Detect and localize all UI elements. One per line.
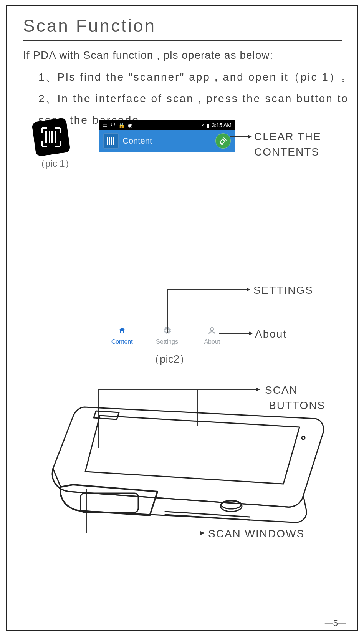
gear-icon <box>162 326 172 338</box>
svg-point-8 <box>210 328 213 331</box>
usb-icon: Ψ <box>111 122 115 128</box>
svg-rect-0 <box>45 131 47 143</box>
callout-clear-line2: CONTENTS <box>254 146 319 158</box>
android-icon: ◉ <box>128 122 132 128</box>
svg-rect-6 <box>111 137 112 145</box>
svg-rect-3 <box>55 131 56 143</box>
bottom-nav: Content Settings About <box>99 324 235 347</box>
scanner-app-icon <box>31 118 71 157</box>
sim-icon: ▭ <box>103 122 108 128</box>
pic1-label: （pic 1） <box>36 157 74 170</box>
phone-screenshot: ▭ Ψ 🔒 ◉ × ▮ 3:15 AM Content <box>99 120 235 346</box>
svg-point-19 <box>302 436 305 439</box>
callout-settings: SETTINGS <box>253 284 313 296</box>
tab-settings-label: Settings <box>156 338 178 345</box>
callout-scan-buttons-line1: SCAN <box>265 384 298 396</box>
person-icon <box>207 326 217 338</box>
step-2-line1: 2、In the interface of scan , press the s… <box>38 91 349 106</box>
app-bar: Content <box>99 130 235 152</box>
clear-contents-button[interactable] <box>215 133 231 149</box>
svg-point-18 <box>221 500 241 509</box>
title-rule <box>23 40 342 41</box>
svg-rect-2 <box>51 131 53 143</box>
callout-clear-line1: CLEAR THE <box>254 131 321 143</box>
pda-device-illustration <box>35 396 334 538</box>
lock-icon: 🔒 <box>118 122 125 128</box>
tab-settings[interactable]: Settings <box>144 324 189 347</box>
page-title: Scan Function <box>23 15 156 36</box>
intro-text: If PDA with Scan function , pls operate … <box>23 49 273 61</box>
close-x-icon: × <box>201 122 204 128</box>
tab-content-label: Content <box>111 338 133 345</box>
svg-rect-1 <box>49 131 50 143</box>
svg-rect-5 <box>109 137 110 145</box>
appbar-barcode-icon <box>103 133 119 149</box>
page-number: —5— <box>325 618 346 628</box>
appbar-title: Content <box>122 136 152 146</box>
scan-result-area <box>99 152 235 324</box>
battery-icon: ▮ <box>207 122 210 128</box>
tab-about-label: About <box>204 338 220 345</box>
tab-about[interactable]: About <box>190 324 235 347</box>
step-1: 1、Pls find the "scanner" app , and open … <box>38 70 353 84</box>
svg-rect-7 <box>113 137 114 145</box>
home-icon <box>117 326 127 338</box>
status-bar: ▭ Ψ 🔒 ◉ × ▮ 3:15 AM <box>99 120 235 130</box>
tab-content[interactable]: Content <box>99 324 144 347</box>
callout-about: About <box>255 328 287 340</box>
svg-rect-4 <box>107 137 108 145</box>
pic2-label: （pic2） <box>149 352 190 366</box>
status-time: 3:15 AM <box>212 122 232 128</box>
broom-icon <box>219 137 227 145</box>
